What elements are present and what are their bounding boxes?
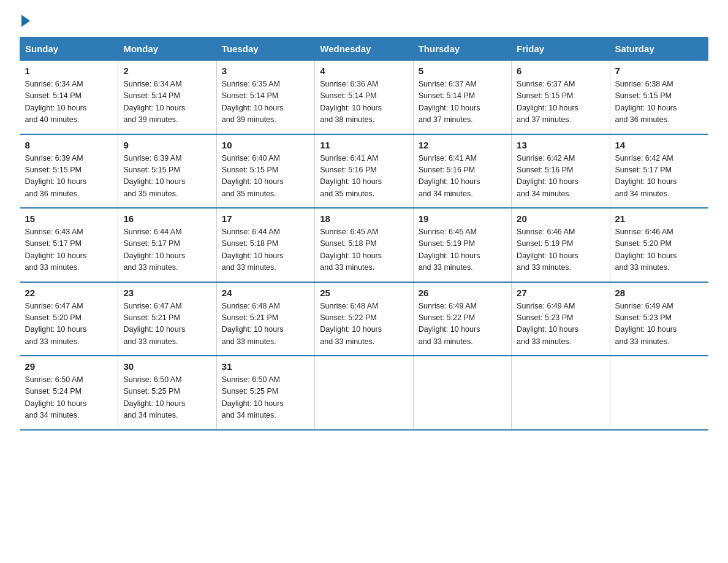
day-info: Sunrise: 6:45 AMSunset: 5:18 PMDaylight:… xyxy=(320,226,408,274)
calendar-day-cell: 21Sunrise: 6:46 AMSunset: 5:20 PMDayligh… xyxy=(610,208,708,282)
calendar-day-header: Tuesday xyxy=(216,37,314,61)
day-info: Sunrise: 6:49 AMSunset: 5:23 PMDaylight:… xyxy=(615,301,703,348)
calendar-day-cell: 7Sunrise: 6:38 AMSunset: 5:15 PMDaylight… xyxy=(610,61,708,134)
calendar-header-row: SundayMondayTuesdayWednesdayThursdayFrid… xyxy=(20,37,708,61)
day-info: Sunrise: 6:39 AMSunset: 5:15 PMDaylight:… xyxy=(25,153,113,201)
calendar-day-cell: 4Sunrise: 6:36 AMSunset: 5:14 PMDaylight… xyxy=(315,61,413,134)
day-info: Sunrise: 6:34 AMSunset: 5:14 PMDaylight:… xyxy=(123,79,211,126)
calendar-day-cell: 30Sunrise: 6:50 AMSunset: 5:25 PMDayligh… xyxy=(118,356,216,430)
calendar-day-cell: 3Sunrise: 6:35 AMSunset: 5:14 PMDaylight… xyxy=(216,61,314,134)
day-number: 13 xyxy=(517,140,604,150)
day-number: 26 xyxy=(419,288,506,298)
calendar-week-row: 29Sunrise: 6:50 AMSunset: 5:24 PMDayligh… xyxy=(20,356,708,430)
calendar-day-cell: 15Sunrise: 6:43 AMSunset: 5:17 PMDayligh… xyxy=(20,208,118,282)
day-info: Sunrise: 6:47 AMSunset: 5:21 PMDaylight:… xyxy=(123,301,211,348)
day-info: Sunrise: 6:34 AMSunset: 5:14 PMDaylight:… xyxy=(25,79,113,126)
calendar-day-cell: 10Sunrise: 6:40 AMSunset: 5:15 PMDayligh… xyxy=(216,134,314,209)
day-number: 29 xyxy=(25,361,113,372)
calendar-day-header: Friday xyxy=(512,37,610,61)
day-number: 15 xyxy=(25,213,113,224)
calendar-day-cell: 28Sunrise: 6:49 AMSunset: 5:23 PMDayligh… xyxy=(610,282,708,356)
day-number: 28 xyxy=(615,288,703,298)
calendar-day-cell: 23Sunrise: 6:47 AMSunset: 5:21 PMDayligh… xyxy=(118,282,216,356)
day-number: 27 xyxy=(517,288,604,298)
calendar-day-cell: 12Sunrise: 6:41 AMSunset: 5:16 PMDayligh… xyxy=(413,134,511,209)
day-info: Sunrise: 6:47 AMSunset: 5:20 PMDaylight:… xyxy=(25,301,113,348)
day-number: 5 xyxy=(419,66,506,76)
day-number: 31 xyxy=(222,361,309,372)
calendar-day-cell xyxy=(315,356,413,430)
calendar-day-header: Saturday xyxy=(610,37,708,61)
day-info: Sunrise: 6:49 AMSunset: 5:22 PMDaylight:… xyxy=(419,301,506,348)
day-info: Sunrise: 6:42 AMSunset: 5:16 PMDaylight:… xyxy=(517,153,604,201)
day-number: 16 xyxy=(123,213,211,224)
calendar-day-cell: 11Sunrise: 6:41 AMSunset: 5:16 PMDayligh… xyxy=(315,134,413,209)
day-info: Sunrise: 6:39 AMSunset: 5:15 PMDaylight:… xyxy=(123,153,211,201)
day-number: 21 xyxy=(615,213,703,224)
day-info: Sunrise: 6:37 AMSunset: 5:14 PMDaylight:… xyxy=(419,79,506,126)
day-info: Sunrise: 6:49 AMSunset: 5:23 PMDaylight:… xyxy=(517,301,604,348)
calendar-day-header: Sunday xyxy=(20,37,118,61)
calendar-day-cell: 22Sunrise: 6:47 AMSunset: 5:20 PMDayligh… xyxy=(20,282,118,356)
day-info: Sunrise: 6:43 AMSunset: 5:17 PMDaylight:… xyxy=(25,226,113,274)
calendar-day-cell: 24Sunrise: 6:48 AMSunset: 5:21 PMDayligh… xyxy=(216,282,314,356)
calendar-day-header: Thursday xyxy=(413,37,511,61)
calendar-day-header: Monday xyxy=(118,37,216,61)
calendar-day-cell xyxy=(610,356,708,430)
calendar-day-cell: 19Sunrise: 6:45 AMSunset: 5:19 PMDayligh… xyxy=(413,208,511,282)
day-info: Sunrise: 6:37 AMSunset: 5:15 PMDaylight:… xyxy=(517,79,604,126)
day-number: 30 xyxy=(123,361,211,372)
day-number: 18 xyxy=(320,213,408,224)
day-number: 25 xyxy=(320,288,408,298)
calendar-day-cell: 5Sunrise: 6:37 AMSunset: 5:14 PMDaylight… xyxy=(413,61,511,134)
logo-arrow-icon xyxy=(21,15,30,27)
calendar-day-cell: 2Sunrise: 6:34 AMSunset: 5:14 PMDaylight… xyxy=(118,61,216,134)
day-number: 23 xyxy=(123,288,211,298)
calendar-day-cell: 27Sunrise: 6:49 AMSunset: 5:23 PMDayligh… xyxy=(512,282,610,356)
day-number: 3 xyxy=(222,66,309,76)
calendar-day-cell: 9Sunrise: 6:39 AMSunset: 5:15 PMDaylight… xyxy=(118,134,216,209)
calendar-day-cell xyxy=(413,356,511,430)
calendar-day-cell: 6Sunrise: 6:37 AMSunset: 5:15 PMDaylight… xyxy=(512,61,610,134)
logo xyxy=(20,15,30,25)
day-number: 12 xyxy=(419,140,506,150)
calendar-day-cell: 13Sunrise: 6:42 AMSunset: 5:16 PMDayligh… xyxy=(512,134,610,209)
calendar-day-cell: 17Sunrise: 6:44 AMSunset: 5:18 PMDayligh… xyxy=(216,208,314,282)
calendar-day-cell xyxy=(512,356,610,430)
calendar-body: 1Sunrise: 6:34 AMSunset: 5:14 PMDaylight… xyxy=(20,61,708,430)
day-number: 9 xyxy=(123,140,211,150)
day-number: 19 xyxy=(419,213,506,224)
day-number: 2 xyxy=(123,66,211,76)
calendar-day-cell: 29Sunrise: 6:50 AMSunset: 5:24 PMDayligh… xyxy=(20,356,118,430)
calendar-day-cell: 20Sunrise: 6:46 AMSunset: 5:19 PMDayligh… xyxy=(512,208,610,282)
calendar-day-cell: 18Sunrise: 6:45 AMSunset: 5:18 PMDayligh… xyxy=(315,208,413,282)
calendar-week-row: 22Sunrise: 6:47 AMSunset: 5:20 PMDayligh… xyxy=(20,282,708,356)
calendar-day-cell: 16Sunrise: 6:44 AMSunset: 5:17 PMDayligh… xyxy=(118,208,216,282)
day-number: 4 xyxy=(320,66,408,76)
day-number: 22 xyxy=(25,288,113,298)
day-number: 8 xyxy=(25,140,113,150)
day-number: 7 xyxy=(615,66,703,76)
day-number: 14 xyxy=(615,140,703,150)
day-info: Sunrise: 6:36 AMSunset: 5:14 PMDaylight:… xyxy=(320,79,408,126)
day-number: 24 xyxy=(222,288,309,298)
day-info: Sunrise: 6:50 AMSunset: 5:25 PMDaylight:… xyxy=(222,374,309,422)
day-info: Sunrise: 6:50 AMSunset: 5:24 PMDaylight:… xyxy=(25,374,113,422)
day-info: Sunrise: 6:35 AMSunset: 5:14 PMDaylight:… xyxy=(222,79,309,126)
calendar-day-cell: 25Sunrise: 6:48 AMSunset: 5:22 PMDayligh… xyxy=(315,282,413,356)
day-info: Sunrise: 6:48 AMSunset: 5:22 PMDaylight:… xyxy=(320,301,408,348)
calendar-week-row: 8Sunrise: 6:39 AMSunset: 5:15 PMDaylight… xyxy=(20,134,708,209)
day-info: Sunrise: 6:38 AMSunset: 5:15 PMDaylight:… xyxy=(615,79,703,126)
day-info: Sunrise: 6:40 AMSunset: 5:15 PMDaylight:… xyxy=(222,153,309,201)
day-info: Sunrise: 6:44 AMSunset: 5:18 PMDaylight:… xyxy=(222,226,309,274)
calendar-day-cell: 1Sunrise: 6:34 AMSunset: 5:14 PMDaylight… xyxy=(20,61,118,134)
day-info: Sunrise: 6:46 AMSunset: 5:20 PMDaylight:… xyxy=(615,226,703,274)
page-header xyxy=(20,15,708,25)
day-number: 20 xyxy=(517,213,604,224)
calendar-day-header: Wednesday xyxy=(315,37,413,61)
day-number: 1 xyxy=(25,66,113,76)
day-info: Sunrise: 6:41 AMSunset: 5:16 PMDaylight:… xyxy=(320,153,408,201)
day-info: Sunrise: 6:50 AMSunset: 5:25 PMDaylight:… xyxy=(123,374,211,422)
day-number: 10 xyxy=(222,140,309,150)
day-number: 17 xyxy=(222,213,309,224)
